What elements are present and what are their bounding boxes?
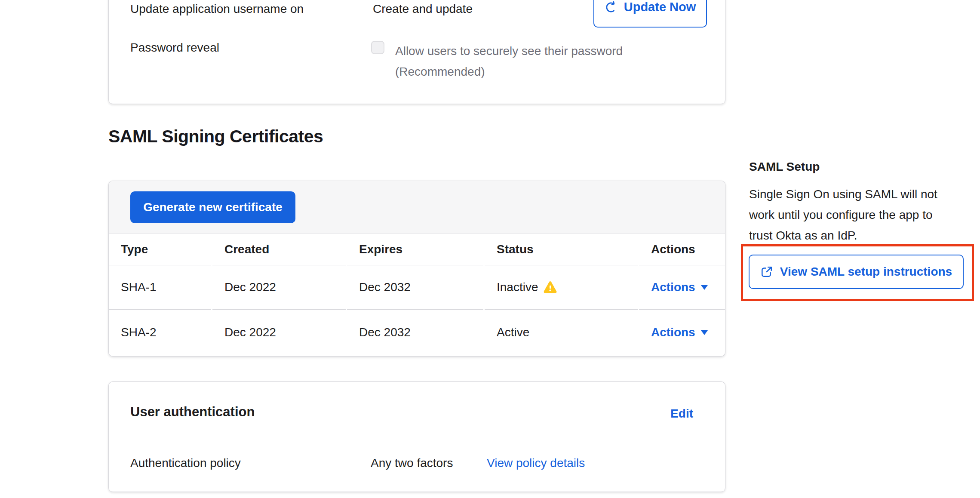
caret-down-icon bbox=[701, 330, 708, 335]
sign-on-settings-card: Update application username on Create an… bbox=[108, 0, 725, 104]
status-text: Inactive bbox=[497, 280, 538, 294]
cell-expires: Dec 2032 bbox=[347, 265, 483, 310]
column-header-expires: Expires bbox=[347, 234, 483, 265]
page-title: SAML Signing Certificates bbox=[108, 126, 323, 147]
refresh-icon bbox=[605, 1, 617, 14]
view-policy-details-link[interactable]: View policy details bbox=[487, 456, 585, 470]
cell-expires: Dec 2032 bbox=[347, 310, 483, 355]
column-header-actions: Actions bbox=[639, 234, 725, 265]
certificates-card-toolbar: Generate new certificate bbox=[109, 181, 725, 234]
actions-label: Actions bbox=[651, 280, 695, 294]
authentication-policy-value: Any two factors bbox=[371, 456, 453, 470]
saml-setup-heading: SAML Setup bbox=[749, 160, 820, 174]
table-row: SHA-1 Dec 2022 Dec 2032 Inactive bbox=[109, 265, 725, 310]
view-saml-setup-label: View SAML setup instructions bbox=[780, 265, 952, 279]
generate-certificate-button[interactable]: Generate new certificate bbox=[130, 191, 295, 223]
page: Update application username on Create an… bbox=[0, 0, 980, 498]
cell-actions: Actions bbox=[639, 265, 725, 310]
cell-type: SHA-2 bbox=[109, 310, 211, 355]
actions-menu-button[interactable]: Actions bbox=[651, 280, 708, 294]
status-text: Active bbox=[497, 326, 529, 339]
cell-actions: Actions bbox=[639, 310, 725, 355]
username-update-value: Create and update bbox=[373, 2, 473, 16]
cell-status: Active bbox=[485, 310, 638, 355]
edit-link[interactable]: Edit bbox=[670, 407, 693, 421]
actions-menu-button[interactable]: Actions bbox=[651, 326, 708, 339]
cell-created: Dec 2022 bbox=[212, 310, 346, 355]
column-header-created: Created bbox=[212, 234, 346, 265]
cell-type: SHA-1 bbox=[109, 265, 211, 310]
table-row: SHA-2 Dec 2022 Dec 2032 Active Actions bbox=[109, 310, 725, 355]
table-header-row: Type Created Expires Status Actions bbox=[109, 234, 725, 265]
external-link-icon bbox=[760, 265, 773, 278]
view-saml-setup-instructions-button[interactable]: View SAML setup instructions bbox=[749, 255, 964, 289]
authentication-policy-label: Authentication policy bbox=[130, 456, 241, 470]
update-now-button[interactable]: Update Now bbox=[593, 0, 707, 28]
saml-setup-description: Single Sign On using SAML will not work … bbox=[749, 184, 955, 246]
password-reveal-label: Password reveal bbox=[130, 41, 219, 55]
user-authentication-card: User authentication Edit Authentication … bbox=[108, 381, 725, 492]
certificates-table: Type Created Expires Status Actions SHA-… bbox=[109, 234, 725, 355]
certificates-card: Generate new certificate Type Created Ex… bbox=[108, 181, 725, 357]
cell-created: Dec 2022 bbox=[212, 265, 346, 310]
password-reveal-checkbox-label: Allow users to securely see their passwo… bbox=[395, 41, 653, 82]
checkbox-label-line1: Allow users to securely see their passwo… bbox=[395, 44, 623, 58]
cell-status: Inactive bbox=[485, 265, 638, 310]
caret-down-icon bbox=[701, 285, 708, 290]
warning-icon bbox=[544, 281, 557, 294]
actions-label: Actions bbox=[651, 326, 695, 339]
password-reveal-checkbox[interactable] bbox=[371, 41, 384, 54]
user-authentication-heading: User authentication bbox=[130, 404, 255, 420]
column-header-status: Status bbox=[485, 234, 638, 265]
checkbox-label-line2: (Recommended) bbox=[395, 65, 485, 78]
update-now-label: Update Now bbox=[624, 0, 696, 14]
column-header-type: Type bbox=[109, 234, 211, 265]
username-update-label: Update application username on bbox=[130, 2, 304, 16]
